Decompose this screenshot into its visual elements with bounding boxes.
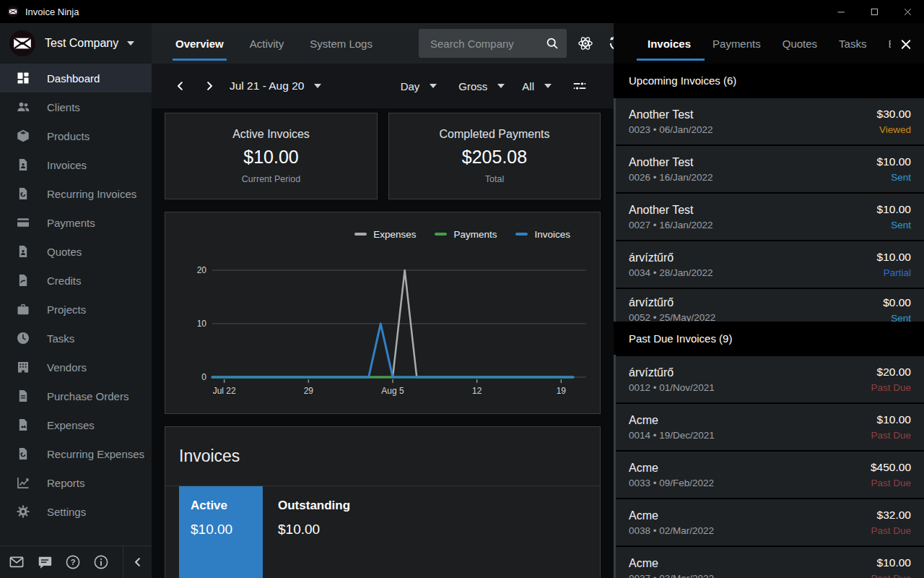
date-range-selector[interactable]: Jul 21 - Aug 20 bbox=[218, 79, 321, 92]
sidebar-item-settings[interactable]: Settings bbox=[0, 497, 152, 526]
sidebar-item-expenses[interactable]: Expenses bbox=[0, 410, 152, 439]
sidebar-item-purchase-orders[interactable]: Purchase Orders bbox=[0, 381, 152, 410]
tab-overview[interactable]: Overview bbox=[175, 23, 224, 64]
sidebar-item-payments[interactable]: Payments bbox=[0, 208, 152, 237]
summary-card-amount: $205.08 bbox=[462, 147, 527, 168]
sidebar-item-vendors[interactable]: Vendors bbox=[0, 353, 152, 381]
sidebar-item-quotes[interactable]: Quotes bbox=[0, 237, 152, 266]
invoice-list-item[interactable]: árvíztűrő 0052 • 25/May/2022 $0.00 Sent bbox=[614, 289, 924, 322]
invoice-number-date: 0052 • 25/May/2022 bbox=[629, 312, 715, 322]
company-selector[interactable]: Test Company bbox=[0, 23, 152, 64]
invoice-list-item[interactable]: árvíztűrő 0012 • 01/Nov/2021 $20.00 Past… bbox=[614, 356, 924, 402]
sidebar-item-label: Invoices bbox=[47, 159, 87, 171]
invoice-list-item[interactable]: Another Test 0027 • 16/Jan/2022 $10.00 S… bbox=[614, 194, 924, 240]
right-panel: Invoices Payments Quotes Tasks Expenses … bbox=[614, 23, 924, 578]
invoice-amount: $0.00 bbox=[883, 296, 911, 309]
invoice-number-date: 0027 • 16/Jan/2022 bbox=[629, 220, 713, 230]
tab-label: Expenses bbox=[888, 38, 891, 50]
dashboard-settings-button[interactable] bbox=[567, 74, 592, 98]
invoice-list-item[interactable]: Acme 0037 • 03/Mar/2022 $10.00 Past Due bbox=[614, 547, 924, 578]
chart-legend-item[interactable]: Expenses bbox=[354, 229, 416, 240]
dashboard-content: Active Invoices $10.00 Current Period Co… bbox=[152, 108, 614, 578]
invoice-list-item[interactable]: Acme 0033 • 09/Feb/2022 $450.00 Past Due bbox=[614, 452, 924, 498]
sidebar-item-label: Reports bbox=[47, 477, 85, 489]
tab-label: Quotes bbox=[783, 38, 817, 50]
sidebar-item-invoices[interactable]: Invoices bbox=[0, 150, 152, 179]
maximize-button[interactable] bbox=[858, 0, 891, 23]
chevron-left-icon bbox=[131, 556, 144, 569]
legend-label: Expenses bbox=[373, 229, 416, 240]
invoice-amount: $32.00 bbox=[871, 509, 911, 522]
svg-text:Aug 5: Aug 5 bbox=[381, 386, 404, 396]
info-button[interactable] bbox=[93, 554, 109, 570]
sidebar-item-recurring-invoices[interactable]: Recurring Invoices bbox=[0, 179, 152, 208]
sidebar-item-recurring-expenses[interactable]: Recurring Expenses bbox=[0, 439, 152, 468]
invoice-list-item[interactable]: Acme 0038 • 02/Mar/2022 $32.00 Past Due bbox=[614, 499, 924, 545]
invoice-section-header: Upcoming Invoices (6) bbox=[614, 64, 924, 97]
sidebar-item-reports[interactable]: Reports bbox=[0, 468, 152, 497]
tab-system-logs[interactable]: System Logs bbox=[310, 23, 372, 64]
svg-text:10: 10 bbox=[197, 319, 207, 329]
invoice-status-badge: Viewed bbox=[877, 124, 911, 135]
sidebar-footer bbox=[0, 545, 152, 578]
sidebar-item-label: Purchase Orders bbox=[47, 390, 128, 402]
close-panel-button[interactable] bbox=[895, 33, 917, 55]
window-controls bbox=[824, 0, 924, 23]
basis-selector[interactable]: Gross bbox=[458, 80, 505, 92]
panel-tab-invoices[interactable]: Invoices bbox=[637, 23, 702, 64]
chart-legend-item[interactable]: Invoices bbox=[515, 229, 570, 240]
sidebar-item-clients[interactable]: Clients bbox=[0, 92, 152, 121]
collapse-sidebar-button[interactable] bbox=[123, 546, 152, 578]
invoice-client-name: Acme bbox=[629, 557, 714, 570]
sidebar-item-credits[interactable]: Credits bbox=[0, 266, 152, 295]
help-button[interactable] bbox=[65, 554, 81, 570]
debug-mode-button[interactable] bbox=[572, 29, 598, 58]
panel-tab-expenses[interactable]: Expenses bbox=[877, 23, 891, 64]
panel-tab-quotes[interactable]: Quotes bbox=[772, 23, 828, 64]
invoice-tile-active[interactable]: Active $10.00 bbox=[179, 486, 263, 578]
panel-tab-tasks[interactable]: Tasks bbox=[828, 23, 877, 64]
sidebar-item-projects[interactable]: Projects bbox=[0, 295, 152, 324]
invoice-client-name: Another Test bbox=[629, 204, 713, 217]
invoice-status-badge: Past Due bbox=[871, 382, 911, 393]
invoice-number-date: 0037 • 03/Mar/2022 bbox=[629, 573, 714, 578]
sidebar-item-dashboard[interactable]: Dashboard bbox=[0, 64, 152, 92]
invoice-list-item[interactable]: árvíztűrő 0034 • 28/Jan/2022 $10.00 Part… bbox=[614, 241, 924, 288]
chat-button[interactable] bbox=[37, 554, 53, 570]
main-tabbar: Overview Activity System Logs bbox=[152, 23, 614, 64]
tab-activity[interactable]: Activity bbox=[250, 23, 284, 64]
invoice-amount: $10.00 bbox=[871, 413, 911, 426]
sidebar-item-label: Quotes bbox=[47, 246, 82, 258]
chevron-right-icon bbox=[203, 79, 216, 92]
next-period-button[interactable] bbox=[201, 77, 218, 95]
tune-icon bbox=[572, 77, 588, 95]
mail-button[interactable] bbox=[9, 554, 25, 570]
chart-legend-item[interactable]: Payments bbox=[435, 229, 497, 240]
invoice-client-name: Acme bbox=[629, 509, 714, 522]
invoice-number-date: 0034 • 28/Jan/2022 bbox=[629, 267, 713, 278]
scope-value: All bbox=[522, 80, 534, 92]
sidebar-item-tasks[interactable]: Tasks bbox=[0, 324, 152, 353]
minimize-button[interactable] bbox=[824, 0, 858, 23]
sidebar-item-label: Recurring Invoices bbox=[47, 188, 136, 200]
chat-icon bbox=[37, 554, 53, 570]
invoice-list-item[interactable]: Acme 0014 • 19/Dec/2021 $10.00 Past Due bbox=[614, 404, 924, 450]
invoice-list-item[interactable]: Another Test 0023 • 06/Jan/2022 $30.00 V… bbox=[614, 98, 924, 144]
chart-line-icon bbox=[16, 475, 30, 490]
invoice-tile-outstanding[interactable]: Outstanding $10.00 bbox=[263, 486, 357, 578]
summary-card-subtitle: Total bbox=[485, 174, 504, 184]
invoice-number-date: 0038 • 02/Mar/2022 bbox=[629, 525, 714, 536]
close-window-button[interactable] bbox=[891, 0, 924, 23]
tile-label: Outstanding bbox=[278, 499, 350, 513]
minimize-icon bbox=[835, 6, 847, 18]
sidebar-item-label: Recurring Expenses bbox=[47, 448, 144, 460]
sidebar-item-products[interactable]: Products bbox=[0, 121, 152, 150]
invoice-list-item[interactable]: Another Test 0026 • 16/Jan/2022 $10.00 S… bbox=[614, 146, 924, 192]
previous-period-button[interactable] bbox=[172, 77, 189, 95]
search-input[interactable] bbox=[429, 37, 545, 51]
panel-tab-payments[interactable]: Payments bbox=[702, 23, 772, 64]
scope-selector[interactable]: All bbox=[522, 80, 552, 92]
interval-selector[interactable]: Day bbox=[401, 80, 437, 92]
app-title: Invoice Ninja bbox=[25, 7, 79, 17]
invoice-status-badge: Past Due bbox=[871, 573, 911, 578]
